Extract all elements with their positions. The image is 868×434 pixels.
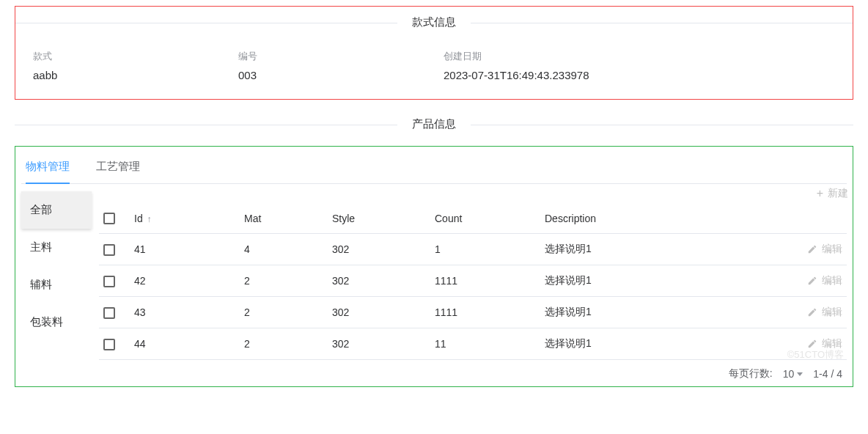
tab-process[interactable]: 工艺管理 (96, 152, 140, 183)
material-table-area: + 新建 Id ↑ Mat Style Count Description (92, 191, 847, 382)
field-style-label: 款式 (33, 50, 238, 63)
side-tab-all[interactable]: 全部 (21, 191, 92, 229)
style-info-divider: 款式信息 (15, 15, 853, 29)
pagination: 每页行数: 10 1-4 / 4 (99, 360, 847, 382)
field-code-label: 编号 (238, 50, 444, 63)
material-table: Id ↑ Mat Style Count Description 4143021… (99, 205, 847, 360)
cell-count: 1111 (430, 297, 540, 328)
product-info-panel: 物料管理 工艺管理 全部 主料 辅料 包装料 + 新建 Id ↑ (15, 146, 853, 387)
edit-button[interactable]: 编辑 (785, 306, 842, 319)
pencil-icon (807, 244, 817, 254)
page-range: 1-4 / 4 (813, 368, 842, 380)
pencil-icon (807, 276, 817, 286)
field-code: 编号 003 (238, 50, 444, 81)
cell-id: 41 (130, 234, 240, 265)
style-info-panel: 款式信息 款式 aabb 编号 003 创建日期 2023-07-31T16:4… (15, 6, 853, 100)
column-header-description[interactable]: Description (540, 205, 781, 234)
cell-style: 302 (328, 297, 430, 328)
cell-description: 选择说明1 (540, 265, 781, 297)
plus-icon: + (817, 188, 823, 199)
edit-button-label: 编辑 (822, 243, 842, 256)
tab-material[interactable]: 物料管理 (26, 152, 70, 184)
table-header-row: Id ↑ Mat Style Count Description (99, 205, 847, 234)
edit-button-label: 编辑 (822, 306, 842, 319)
cell-count: 1 (430, 234, 540, 265)
pencil-icon (807, 307, 817, 317)
cell-id: 44 (130, 328, 240, 360)
column-header-style[interactable]: Style (328, 205, 430, 234)
column-header-checkbox[interactable] (99, 205, 130, 234)
page-size-select[interactable]: 10 (783, 368, 803, 380)
cell-style: 302 (328, 328, 430, 360)
column-header-count[interactable]: Count (430, 205, 540, 234)
field-created: 创建日期 2023-07-31T16:49:43.233978 (444, 50, 835, 81)
page-size-value: 10 (783, 368, 795, 380)
field-style-value: aabb (33, 69, 238, 81)
edit-button[interactable]: 编辑 (785, 243, 842, 256)
edit-button-label: 编辑 (822, 337, 842, 350)
cell-id: 43 (130, 297, 240, 328)
cell-count: 1111 (430, 265, 540, 297)
product-info-title: 产品信息 (397, 117, 471, 130)
cell-style: 302 (328, 265, 430, 297)
field-created-value: 2023-07-31T16:49:43.233978 (444, 69, 835, 81)
cell-description: 选择说明1 (540, 297, 781, 328)
table-row: 4143021选择说明1编辑 (99, 234, 847, 265)
table-row: 4323021111选择说明1编辑 (99, 297, 847, 328)
table-row: 44230211选择说明1编辑 (99, 328, 847, 360)
sort-asc-icon: ↑ (147, 214, 152, 224)
style-info-title: 款式信息 (397, 15, 471, 28)
cell-count: 11 (430, 328, 540, 360)
side-tab-pack[interactable]: 包装料 (21, 304, 92, 341)
row-checkbox[interactable] (103, 339, 115, 350)
edit-button[interactable]: 编辑 (785, 337, 842, 350)
field-style: 款式 aabb (33, 50, 238, 81)
page-size-label: 每页行数: (729, 367, 773, 380)
material-side-tabs: 全部 主料 辅料 包装料 (21, 191, 92, 382)
create-button[interactable]: + 新建 (817, 187, 848, 200)
side-tab-main[interactable]: 主料 (21, 229, 92, 266)
create-button-label: 新建 (828, 187, 848, 200)
product-content: 全部 主料 辅料 包装料 + 新建 Id ↑ Mat (21, 191, 847, 382)
row-checkbox[interactable] (103, 244, 115, 256)
edit-button[interactable]: 编辑 (785, 274, 842, 287)
cell-mat: 2 (240, 265, 328, 297)
product-info-divider: 产品信息 (15, 117, 853, 131)
cell-mat: 2 (240, 328, 328, 360)
column-header-mat[interactable]: Mat (240, 205, 328, 234)
cell-description: 选择说明1 (540, 234, 781, 265)
column-header-id-label: Id (134, 213, 143, 224)
column-header-edit (781, 205, 847, 234)
table-row: 4223021111选择说明1编辑 (99, 265, 847, 297)
cell-mat: 2 (240, 297, 328, 328)
cell-style: 302 (328, 234, 430, 265)
field-code-value: 003 (238, 69, 444, 81)
row-checkbox[interactable] (103, 307, 115, 319)
cell-mat: 4 (240, 234, 328, 265)
cell-description: 选择说明1 (540, 328, 781, 360)
edit-button-label: 编辑 (822, 274, 842, 287)
field-created-label: 创建日期 (444, 50, 835, 63)
product-tabs: 物料管理 工艺管理 (21, 152, 847, 184)
checkbox-icon (103, 213, 115, 224)
triangle-down-icon (797, 372, 803, 376)
pencil-icon (807, 339, 817, 349)
column-header-id[interactable]: Id ↑ (130, 205, 240, 234)
style-info-row: 款式 aabb 编号 003 创建日期 2023-07-31T16:49:43.… (15, 50, 853, 81)
row-checkbox[interactable] (103, 276, 115, 287)
side-tab-aux[interactable]: 辅料 (21, 266, 92, 304)
cell-id: 42 (130, 265, 240, 297)
